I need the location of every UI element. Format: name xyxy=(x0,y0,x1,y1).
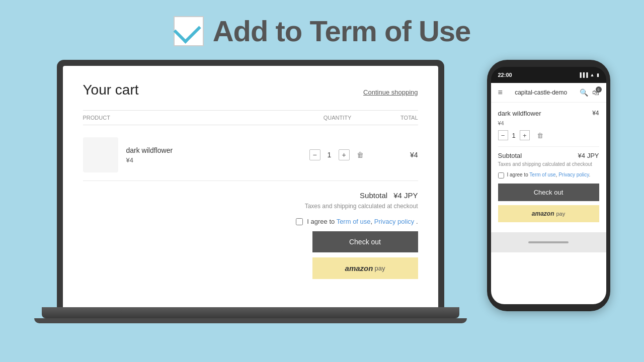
mobile-item-name-row: dark wildflower ¥4 xyxy=(498,110,599,117)
mobile-terms-label: I agree to Term of use, Privacy policy. xyxy=(507,172,591,177)
col-quantity-label: QUANTITY xyxy=(297,115,378,121)
mobile-bottom-bar xyxy=(491,232,606,252)
qty-plus-button[interactable]: + xyxy=(339,149,350,160)
mobile-terms-link[interactable]: Term of use xyxy=(529,172,555,177)
mobile-taxes-note: Taxes and shipping calculated at checkou… xyxy=(498,161,599,167)
nav-icons: 🔍 🛍 0 xyxy=(580,88,599,97)
subtotal-value: ¥4 JPY xyxy=(393,191,418,200)
item-quantity-control: − 1 + 🗑 xyxy=(297,149,378,160)
checkbox-check-icon xyxy=(174,16,204,46)
mobile-qty-plus[interactable]: + xyxy=(520,130,530,140)
delete-item-button[interactable]: 🗑 xyxy=(355,150,366,160)
phone-status-icons: ▐▐▐ ▲ ▮ xyxy=(578,72,599,77)
mobile-delete-btn[interactable]: 🗑 xyxy=(537,132,543,139)
mobile-terms-row: I agree to Term of use, Privacy policy. xyxy=(498,172,599,178)
amazon-logo-text: amazon xyxy=(345,264,373,273)
item-price: ¥4 xyxy=(126,156,297,164)
signal-icon: ▐▐▐ xyxy=(578,72,588,77)
mobile-cart-content: dark wildflower ¥4 ¥4 − 1 + 🗑 Subtotal ¥… xyxy=(491,103,606,232)
mobile-amazon-label: amazon xyxy=(532,210,554,217)
terms-of-use-link[interactable]: Term of use xyxy=(337,218,371,225)
phone-home-bar xyxy=(528,241,569,243)
mobile-pay-text: pay xyxy=(556,211,565,217)
subtotal-section: Subtotal ¥4 JPY Taxes and shipping calcu… xyxy=(83,191,418,279)
item-name: dark wildflower xyxy=(126,146,297,154)
mobile-amazon-pay-button[interactable]: amazon pay xyxy=(498,205,599,222)
cart-icon[interactable]: 🛍 0 xyxy=(592,88,599,97)
terms-period: . xyxy=(414,218,418,225)
cart-title: Your cart xyxy=(83,82,139,98)
item-total: ¥4 xyxy=(378,151,418,159)
mobile-subtotal-value: ¥4 JPY xyxy=(578,152,599,159)
mobile-qty-minus[interactable]: − xyxy=(498,130,508,140)
laptop-screen-inner: Your cart Continue shopping PRODUCT QUAN… xyxy=(63,66,438,307)
cart-badge: 0 xyxy=(596,86,602,93)
laptop-mockup: Your cart Continue shopping PRODUCT QUAN… xyxy=(34,60,467,323)
mobile-subtotal-row: Subtotal ¥4 JPY xyxy=(498,152,599,159)
qty-value: 1 xyxy=(326,151,334,159)
cart-header-row: Your cart Continue shopping xyxy=(83,82,418,98)
terms-label: I agree to Term of use, Privacy policy . xyxy=(307,218,418,225)
mobile-qty-row: − 1 + 🗑 xyxy=(498,130,599,140)
terms-text: I agree to xyxy=(307,218,336,225)
mobile-divider xyxy=(498,146,599,147)
page-title: Add to Term of Use xyxy=(213,14,471,48)
page-header: Add to Term of Use xyxy=(0,0,644,60)
battery-icon: ▮ xyxy=(597,72,599,77)
subtotal-row: Subtotal ¥4 JPY xyxy=(83,191,418,200)
phone-status-bar: 22:00 ▐▐▐ ▲ ▮ xyxy=(491,67,606,83)
mobile-item-subprice: ¥4 xyxy=(498,120,599,126)
main-content: Your cart Continue shopping PRODUCT QUAN… xyxy=(0,60,644,323)
item-image xyxy=(83,137,118,172)
menu-icon[interactable]: ≡ xyxy=(498,88,503,97)
cart-table-header: PRODUCT QUANTITY TOTAL xyxy=(83,110,418,125)
mobile-subtotal-label: Subtotal xyxy=(498,152,522,159)
laptop-foot xyxy=(34,318,467,323)
col-total-label: TOTAL xyxy=(378,115,418,121)
pay-text: pay xyxy=(374,264,385,272)
terms-checkbox[interactable] xyxy=(296,218,303,225)
laptop-screen-outer: Your cart Continue shopping PRODUCT QUAN… xyxy=(57,60,444,307)
store-name: capital-castle-demo xyxy=(503,89,580,96)
privacy-policy-link[interactable]: Privacy policy xyxy=(374,218,414,225)
mobile-terms-text: I agree to xyxy=(507,172,530,177)
mobile-terms-checkbox[interactable] xyxy=(498,172,504,178)
mobile-privacy-link[interactable]: Privacy policy xyxy=(558,172,589,177)
terms-sep: , xyxy=(371,218,374,225)
cart-item-row: dark wildflower ¥4 − 1 + 🗑 ¥4 xyxy=(83,129,418,181)
phone-time: 22:00 xyxy=(498,72,512,78)
terms-row: I agree to Term of use, Privacy policy . xyxy=(83,218,418,225)
item-info: dark wildflower ¥4 xyxy=(118,146,297,164)
mobile-nav: ≡ capital-castle-demo 🔍 🛍 0 xyxy=(491,83,606,103)
mobile-checkout-button[interactable]: Check out xyxy=(498,184,599,201)
laptop-base xyxy=(42,307,459,318)
mobile-qty-val: 1 xyxy=(512,132,516,139)
search-icon[interactable]: 🔍 xyxy=(580,88,588,97)
phone-outer: 22:00 ▐▐▐ ▲ ▮ ≡ capital-castle-demo 🔍 🛍 xyxy=(487,60,610,311)
qty-minus-button[interactable]: − xyxy=(309,149,320,160)
taxes-note: Taxes and shipping calculated at checkou… xyxy=(83,203,418,210)
phone-mockup: 22:00 ▐▐▐ ▲ ▮ ≡ capital-castle-demo 🔍 🛍 xyxy=(487,60,610,311)
wifi-icon: ▲ xyxy=(590,72,595,77)
phone-screen: ≡ capital-castle-demo 🔍 🛍 0 dark wildflo… xyxy=(491,83,606,304)
amazon-pay-button[interactable]: amazon pay xyxy=(312,257,418,279)
subtotal-label: Subtotal xyxy=(360,191,387,200)
mobile-item-price-right: ¥4 xyxy=(592,110,599,117)
mobile-item-name: dark wildflower xyxy=(498,110,541,117)
continue-shopping-link[interactable]: Continue shopping xyxy=(363,88,418,96)
col-product-label: PRODUCT xyxy=(83,115,297,121)
checkout-button[interactable]: Check out xyxy=(312,231,418,252)
